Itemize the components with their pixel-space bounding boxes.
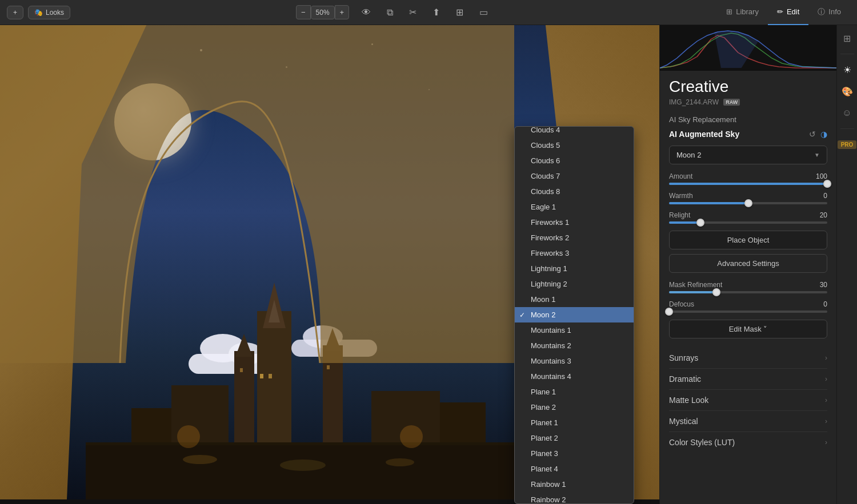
chevron-down-icon: ▼ bbox=[814, 152, 820, 158]
tab-edit[interactable]: ✏ Edit bbox=[768, 0, 808, 25]
dropdown-item[interactable]: Mountains 4 bbox=[515, 369, 634, 384]
reset-icon[interactable]: ↺ bbox=[809, 130, 816, 139]
dropdown-item[interactable]: Mountains 1 bbox=[515, 322, 634, 338]
fullscreen-button[interactable]: ▭ bbox=[476, 5, 491, 20]
dropdown-item[interactable]: Clouds 5 bbox=[515, 138, 634, 153]
mask-refinement-thumb[interactable] bbox=[712, 288, 720, 296]
advanced-settings-button[interactable]: Advanced Settings bbox=[669, 254, 827, 273]
mystical-item[interactable]: Mystical › bbox=[669, 411, 827, 432]
main-area: © Mathew Browne Aurora 1Balloon 1Birds 1… bbox=[0, 25, 857, 504]
dropdown-item[interactable]: Rainbow 2 bbox=[515, 492, 634, 503]
dropdown-list[interactable]: Aurora 1Balloon 1Birds 1Birds 2Birds 3Cl… bbox=[515, 127, 634, 503]
dropdown-item[interactable]: Plane 2 bbox=[515, 400, 634, 415]
dropdown-item[interactable]: Clouds 8 bbox=[515, 184, 634, 199]
svg-rect-18 bbox=[240, 368, 243, 372]
dropdown-item[interactable]: Clouds 7 bbox=[515, 168, 634, 184]
dropdown-item[interactable]: Planet 4 bbox=[515, 461, 634, 477]
dropdown-item[interactable]: Fireworks 1 bbox=[515, 215, 634, 230]
tab-info[interactable]: ⓘ Info bbox=[808, 0, 850, 25]
tab-edit-label: Edit bbox=[787, 7, 799, 16]
relight-fill bbox=[669, 221, 700, 224]
dropdown-item[interactable]: Lightning 2 bbox=[515, 276, 634, 292]
dramatic-arrow: › bbox=[825, 375, 827, 383]
dropdown-item[interactable]: Mountains 3 bbox=[515, 353, 634, 369]
dropdown-item[interactable]: Fireworks 2 bbox=[515, 230, 634, 245]
tab-library[interactable]: ⊞ Library bbox=[717, 0, 768, 25]
augmented-sky-title: AI Augmented Sky bbox=[669, 130, 739, 139]
mystical-arrow: › bbox=[825, 417, 827, 425]
relight-thumb[interactable] bbox=[696, 219, 704, 227]
sunrays-item[interactable]: Sunrays › bbox=[669, 348, 827, 369]
panel-content: Creative IMG_2144.ARW RAW AI Sky Replace… bbox=[660, 71, 836, 504]
svg-rect-4 bbox=[234, 351, 254, 442]
toggle-icon[interactable]: ◑ bbox=[820, 130, 827, 139]
dropdown-item[interactable]: Planet 3 bbox=[515, 446, 634, 461]
color-styles-arrow: › bbox=[825, 438, 827, 446]
amount-thumb[interactable] bbox=[823, 180, 831, 188]
dropdown-item[interactable]: Planet 1 bbox=[515, 415, 634, 430]
matte-look-item[interactable]: Matte Look › bbox=[669, 390, 827, 411]
looks-icon: 🎭 bbox=[34, 9, 43, 17]
export-button[interactable]: ⬆ bbox=[429, 5, 443, 20]
color-styles-label: Color Styles (LUT) bbox=[669, 438, 735, 447]
crop-button[interactable]: ✂ bbox=[406, 5, 420, 20]
palette-icon-btn[interactable]: 🎨 bbox=[839, 83, 856, 100]
tab-library-label: Library bbox=[736, 7, 759, 16]
mask-refinement-row: Mask Refinement 30 bbox=[669, 281, 827, 293]
sun-icon-btn[interactable]: ☀ bbox=[839, 61, 856, 78]
matte-look-arrow: › bbox=[825, 396, 827, 404]
section-header-icons: ↺ ◑ bbox=[809, 130, 827, 139]
sunrays-label: Sunrays bbox=[669, 353, 698, 362]
defocus-track[interactable] bbox=[669, 311, 827, 313]
zoom-plus-button[interactable]: + bbox=[335, 5, 350, 19]
dramatic-item[interactable]: Dramatic › bbox=[669, 369, 827, 390]
svg-rect-19 bbox=[327, 365, 330, 369]
sunrays-arrow: › bbox=[825, 354, 827, 362]
svg-rect-0 bbox=[86, 442, 514, 499]
dropdown-item[interactable]: Fireworks 3 bbox=[515, 245, 634, 261]
sky-selector-value: Moon 2 bbox=[676, 151, 701, 159]
tab-bar: ⊞ Library ✏ Edit ⓘ Info bbox=[717, 0, 850, 25]
svg-rect-11 bbox=[440, 402, 486, 442]
dropdown-item[interactable]: Eagle 1 bbox=[515, 199, 634, 215]
relight-track[interactable] bbox=[669, 221, 827, 224]
defocus-thumb[interactable] bbox=[665, 308, 673, 316]
dropdown-item[interactable]: Planet 2 bbox=[515, 430, 634, 446]
dropdown-item[interactable]: Moon 1 bbox=[515, 292, 634, 307]
edit-mask-button[interactable]: Edit Mask ˅ bbox=[669, 320, 827, 338]
sky-selector-button[interactable]: Moon 2 ▼ bbox=[669, 146, 827, 164]
dropdown-item[interactable]: Rainbow 1 bbox=[515, 477, 634, 492]
dropdown-item[interactable]: Clouds 6 bbox=[515, 153, 634, 168]
relight-slider-row: Relight 20 bbox=[669, 211, 827, 224]
warmth-fill bbox=[669, 202, 748, 204]
zoom-minus-button[interactable]: − bbox=[296, 5, 311, 19]
compare-button[interactable]: ⧉ bbox=[383, 5, 397, 20]
mask-refinement-track[interactable] bbox=[669, 291, 827, 293]
amount-label: Amount bbox=[669, 172, 692, 180]
svg-rect-10 bbox=[131, 408, 171, 442]
looks-button[interactable]: 🎭 Looks bbox=[28, 6, 70, 19]
augmented-sky-header: AI Augmented Sky ↺ ◑ bbox=[669, 130, 827, 139]
amount-track[interactable] bbox=[669, 183, 827, 185]
dropdown-item[interactable]: Clouds 4 bbox=[515, 127, 634, 138]
dropdown-item[interactable]: ✓Moon 2 bbox=[515, 307, 634, 322]
dropdown-item[interactable]: Lightning 1 bbox=[515, 261, 634, 276]
dropdown-item[interactable]: Plane 1 bbox=[515, 384, 634, 400]
warmth-track[interactable] bbox=[669, 202, 827, 204]
edit-icon: ✏ bbox=[777, 7, 783, 16]
grid-button[interactable]: ⊞ bbox=[452, 5, 467, 20]
features-list: Sunrays › Dramatic › Matte Look › Mystic… bbox=[669, 348, 827, 453]
face-icon-btn[interactable]: ☺ bbox=[839, 104, 856, 122]
mystical-label: Mystical bbox=[669, 417, 698, 426]
dropdown-item[interactable]: Mountains 2 bbox=[515, 338, 634, 353]
place-object-button[interactable]: Place Object bbox=[669, 231, 827, 249]
pro-badge-btn[interactable]: PRO bbox=[839, 136, 856, 153]
warmth-slider-row: Warmth 0 bbox=[669, 192, 827, 204]
view-button[interactable]: 👁 bbox=[358, 5, 374, 20]
divider-2 bbox=[840, 128, 854, 129]
layers-icon-btn[interactable]: ⊞ bbox=[839, 30, 856, 47]
warmth-thumb[interactable] bbox=[744, 199, 752, 207]
color-styles-item[interactable]: Color Styles (LUT) › bbox=[669, 432, 827, 453]
add-button[interactable]: + bbox=[7, 6, 23, 19]
matte-look-label: Matte Look bbox=[669, 396, 708, 405]
